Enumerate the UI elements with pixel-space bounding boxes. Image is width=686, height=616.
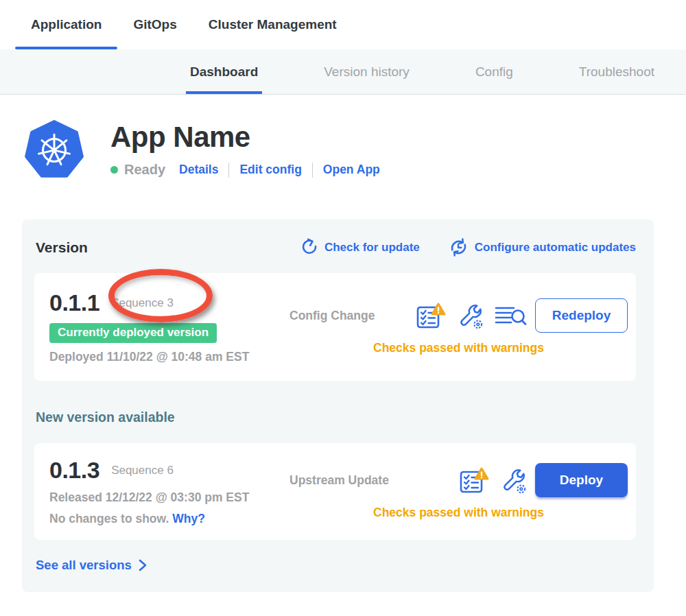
currently-deployed-badge: Currently deployed version <box>49 323 217 343</box>
check-for-update-label: Check for update <box>324 241 420 254</box>
status-dot-icon <box>110 166 118 174</box>
deploy-button[interactable]: Deploy <box>535 463 628 497</box>
new-sequence-label: Sequence 6 <box>111 464 174 477</box>
see-all-versions-label: See all versions <box>36 558 132 573</box>
page-title: App Name <box>110 121 380 153</box>
refresh-icon <box>300 238 318 257</box>
tab-config-label: Config <box>475 64 513 80</box>
preflight-checks-icon[interactable] <box>459 466 489 495</box>
version-card-title: Version <box>36 239 88 256</box>
check-for-update-link[interactable]: Check for update <box>300 238 420 257</box>
chevron-right-icon <box>138 559 147 571</box>
redeploy-button[interactable]: Redeploy <box>535 298 628 333</box>
current-sequence-label: Sequence 3 <box>111 296 174 310</box>
tab-cluster-management-label: Cluster Management <box>209 17 337 32</box>
sub-nav: Dashboard Version history Config Trouble… <box>0 49 686 95</box>
current-version-box: 0.1.1 Sequence 3 Currently deployed vers… <box>34 273 636 381</box>
config-wrench-icon[interactable] <box>457 303 484 329</box>
tab-application-label: Application <box>31 17 102 32</box>
tab-config[interactable]: Config <box>475 49 513 94</box>
open-app-link[interactable]: Open App <box>323 163 380 177</box>
tab-gitops-label: GitOps <box>133 17 176 32</box>
configure-automatic-updates-link[interactable]: Configure automatic updates <box>449 237 636 257</box>
tab-gitops[interactable]: GitOps <box>117 0 192 49</box>
details-link[interactable]: Details <box>179 163 218 177</box>
status-badge: Ready <box>124 162 165 178</box>
tab-troubleshoot[interactable]: Troubleshoot <box>579 49 654 94</box>
configure-automatic-updates-label: Configure automatic updates <box>475 241 636 254</box>
config-wrench-icon[interactable] <box>500 467 527 494</box>
released-timestamp: Released 12/12/22 @ 03:30 pm EST <box>49 490 289 505</box>
divider <box>228 163 229 178</box>
top-nav: Application GitOps Cluster Management <box>0 0 686 49</box>
current-checks-status: Checks passed with warnings <box>289 341 628 355</box>
see-all-versions-link[interactable]: See all versions <box>34 558 636 573</box>
tab-application[interactable]: Application <box>15 0 117 49</box>
app-status-row: Ready Details Edit config Open App <box>110 162 380 178</box>
new-version-number: 0.1.3 <box>49 457 99 484</box>
kubernetes-logo-icon <box>24 120 84 180</box>
version-card: Version Check for update Configure autom… <box>22 220 654 592</box>
current-source-label: Config Change <box>289 309 375 323</box>
no-changes-text: No changes to show. <box>49 512 169 525</box>
tab-version-history-label: Version history <box>324 64 410 80</box>
view-files-search-icon[interactable] <box>495 303 527 329</box>
divider <box>312 163 313 178</box>
new-source-label: Upstream Update <box>289 473 389 488</box>
preflight-checks-icon[interactable] <box>416 302 446 330</box>
edit-config-link[interactable]: Edit config <box>239 163 301 177</box>
why-link[interactable]: Why? <box>172 512 205 525</box>
deployed-timestamp: Deployed 11/10/22 @ 10:48 am EST <box>49 350 289 364</box>
tab-version-history[interactable]: Version history <box>324 49 410 94</box>
new-version-box: 0.1.3 Sequence 6 Released 12/12/22 @ 03:… <box>34 443 636 540</box>
tab-dashboard[interactable]: Dashboard <box>190 49 258 94</box>
app-header: App Name Ready Details Edit config Open … <box>24 120 686 180</box>
tab-cluster-management[interactable]: Cluster Management <box>193 0 353 49</box>
current-version-number: 0.1.1 <box>49 289 99 316</box>
auto-update-clock-icon <box>449 237 469 257</box>
tab-dashboard-label: Dashboard <box>190 64 258 80</box>
tab-troubleshoot-label: Troubleshoot <box>579 64 654 80</box>
new-version-heading: New version available <box>34 410 636 425</box>
new-checks-status: Checks passed with warnings <box>289 506 628 520</box>
